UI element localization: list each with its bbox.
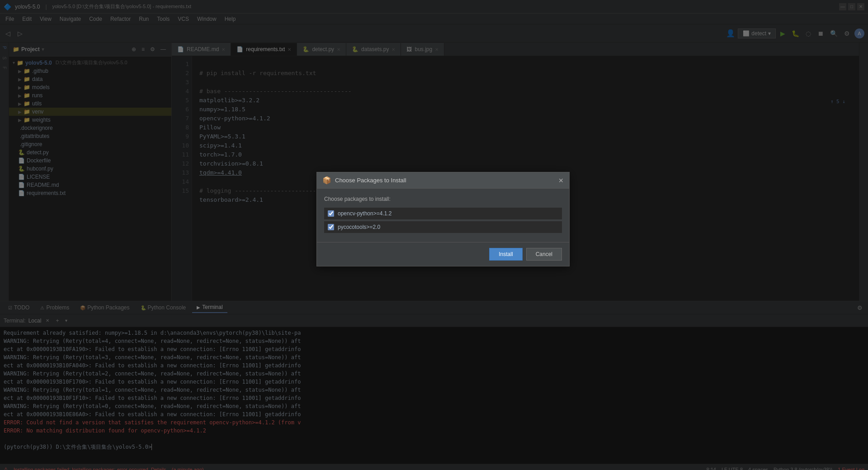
package-item-pycocotools: pycocotools>=2.0 <box>324 221 562 233</box>
modal-subtitle: Choose packages to install: <box>324 196 562 202</box>
modal-footer: Install Cancel <box>317 242 569 266</box>
modal-overlay: 📦 Choose Packages to Install ✕ Choose pa… <box>0 0 868 470</box>
package-pycocotools-name: pycocotools>=2.0 <box>338 224 380 230</box>
modal-header: 📦 Choose Packages to Install ✕ <box>317 172 569 189</box>
modal-header-left: 📦 Choose Packages to Install <box>322 176 406 185</box>
modal-icon: 📦 <box>322 176 331 185</box>
install-button[interactable]: Install <box>489 248 522 261</box>
modal-dialog: 📦 Choose Packages to Install ✕ Choose pa… <box>316 172 570 266</box>
modal-body: Choose packages to install: opencv-pytho… <box>317 189 569 242</box>
cancel-button[interactable]: Cancel <box>526 248 562 261</box>
modal-title: Choose Packages to Install <box>335 177 406 184</box>
modal-close-button[interactable]: ✕ <box>558 177 564 184</box>
package-item-opencv: opencv-python>=4.1.2 <box>324 208 562 219</box>
package-pycocotools-checkbox[interactable] <box>328 224 334 230</box>
package-opencv-name: opencv-python>=4.1.2 <box>338 210 392 217</box>
package-opencv-checkbox[interactable] <box>328 210 334 217</box>
